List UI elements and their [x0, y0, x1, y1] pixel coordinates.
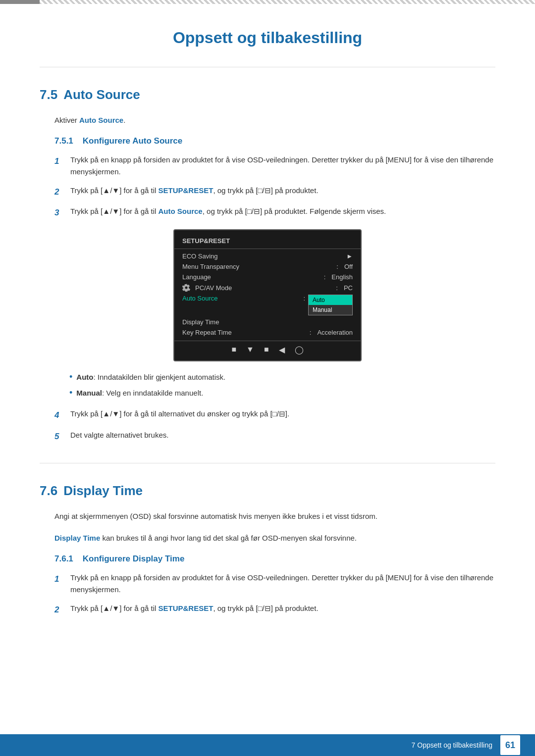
osd-language-value: English: [331, 273, 353, 281]
section-separator: [40, 463, 495, 463]
step-2-text: Trykk på [▲/▼] for å gå til SETUP&RESET,…: [70, 185, 495, 197]
gear-icon: [182, 284, 190, 292]
section76-step-2-num: 2: [54, 603, 63, 616]
osd-autosource-colon: :: [303, 295, 305, 302]
step-2-bold: SETUP&RESET: [159, 186, 214, 195]
subsection-761-title: Konfigurere Display Time: [83, 554, 185, 563]
osd-row-pcav: PC/AV Mode : PC: [174, 282, 361, 293]
step-3-bold: Auto Source: [159, 207, 203, 215]
bullet-auto: • Auto: Inndatakilden blir gjenkjent aut…: [69, 371, 495, 383]
osd-key-repeat-label: Key Repeat Time: [182, 329, 306, 336]
section-76-heading: 7.6 Display Time: [40, 483, 495, 499]
section-76-number: 7.6: [40, 483, 57, 499]
step-5-num: 5: [54, 430, 63, 443]
subsection-761-heading: 7.6.1 Konfigurere Display Time: [54, 554, 495, 564]
step-2-after: , og trykk på [□/⊟] på produktet.: [213, 186, 318, 195]
osd-row-display-time: Display Time: [174, 317, 361, 327]
subsection-751-number: 7.5.1: [54, 136, 73, 146]
osd-eco-arrow: ►: [346, 252, 353, 260]
osd-key-repeat-value: Acceleration: [317, 329, 353, 336]
footer-page-number: 61: [500, 735, 520, 755]
step-2: 2 Trykk på [▲/▼] for å gå til SETUP&RESE…: [54, 185, 495, 199]
osd-bottom-icons: ■ ▼ ■ ◀ ◯: [174, 341, 361, 355]
subsection-751-title: Konfigurere Auto Source: [83, 136, 183, 146]
osd-row-autosource: Auto Source : Auto Manual: [174, 293, 361, 317]
bullet-list: • Auto: Inndatakilden blir gjenkjent aut…: [69, 371, 495, 399]
intro-end: .: [123, 116, 125, 124]
page-content: Oppsett og tilbakestilling 7.5 Auto Sour…: [0, 4, 535, 666]
osd-autosource-label: Auto Source: [182, 295, 300, 302]
step-2-before: Trykk på [▲/▼] for å gå til: [70, 186, 159, 195]
osd-pcav-label: PC/AV Mode: [195, 284, 332, 292]
osd-row-menu-trans: Menu Transparency : Off: [174, 261, 361, 272]
bullet-auto-desc: : Inndatakilden blir gjenkjent automatis…: [93, 373, 225, 381]
osd-icon-enter: ■: [264, 345, 269, 354]
osd-display-time-label: Display Time: [182, 318, 353, 326]
bullet-manual-text: Manual: Velg en inndatakilde manuelt.: [76, 387, 203, 399]
osd-menu-trans-label: Menu Transparency: [182, 263, 332, 270]
intro-text: Aktiver: [54, 116, 79, 124]
bullet-auto-label: Auto: [76, 373, 93, 381]
bullet-manual: • Manual: Velg en inndatakilde manuelt.: [69, 387, 495, 399]
section76-step-2: 2 Trykk på [▲/▼] for å gå til SETUP&RESE…: [54, 603, 495, 616]
bullet-manual-desc: : Velg en inndatakilde manuelt.: [102, 389, 203, 397]
section-75-title: Auto Source: [63, 87, 140, 102]
top-bar-accent: [0, 0, 40, 4]
section-76-intro2-bold: Display Time: [54, 534, 100, 542]
step-5: 5 Det valgte alternativet brukes.: [54, 429, 495, 443]
section76-step-1-text: Trykk på en knapp på forsiden av produkt…: [70, 572, 495, 596]
osd-dropdown-item-manual: Manual: [309, 305, 352, 315]
bullet-manual-label: Manual: [76, 389, 102, 397]
section-76-intro1: Angi at skjermmenyen (OSD) skal forsvinn…: [54, 510, 495, 522]
step-5-text: Det valgte alternativet brukes.: [70, 429, 495, 441]
bullet-auto-dot: •: [69, 371, 72, 383]
section-75-number: 7.5: [40, 87, 57, 102]
section76-step-2-text: Trykk på [▲/▼] for å gå til SETUP&RESET,…: [70, 603, 495, 614]
osd-autosource-dropdown-container: Auto Manual: [308, 295, 353, 315]
top-decorative-bar: [0, 0, 535, 4]
step-3-num: 3: [54, 206, 63, 219]
bullet-auto-text: Auto: Inndatakilden blir gjenkjent autom…: [76, 371, 225, 383]
osd-title: SETUP&RESET: [174, 235, 361, 249]
section76-step-2-bold: SETUP&RESET: [159, 604, 214, 612]
step-3: 3 Trykk på [▲/▼] for å gå til Auto Sourc…: [54, 205, 495, 219]
step-3-text: Trykk på [▲/▼] for å gå til Auto Source,…: [70, 205, 495, 217]
footer-section-text: 7 Oppsett og tilbakestilling: [412, 741, 492, 749]
intro-bold: Auto Source: [79, 116, 123, 124]
osd-icon-return: ◀: [279, 345, 285, 354]
subsection-751-heading: 7.5.1 Konfigurere Auto Source: [54, 136, 495, 146]
section76-step-1: 1 Trykk på en knapp på forsiden av produ…: [54, 572, 495, 596]
step-3-before: Trykk på [▲/▼] for å gå til: [70, 207, 159, 215]
step-4-text: Trykk på [▲/▼] for å gå til alternativet…: [70, 408, 495, 420]
page-footer: 7 Oppsett og tilbakestilling 61: [0, 734, 535, 756]
section76-step-1-num: 1: [54, 572, 63, 586]
step-2-num: 2: [54, 185, 63, 199]
osd-eco-label: ECO Saving: [182, 252, 343, 260]
section-76-intro2-after: kan brukes til å angi hvor lang tid det …: [100, 534, 357, 542]
steps-4-5-list: 4 Trykk på [▲/▼] for å gå til alternativ…: [54, 408, 495, 443]
osd-screenshot: SETUP&RESET ECO Saving ► Menu Transparen…: [173, 229, 362, 361]
osd-icon-power: ◯: [295, 345, 304, 354]
osd-row-language: Language : English: [174, 272, 361, 282]
osd-menu-trans-value: Off: [344, 263, 353, 270]
osd-pcav-value: PC: [344, 284, 353, 292]
section-76-intro2: Display Time kan brukes til å angi hvor …: [54, 532, 495, 544]
step-1: 1 Trykk på en knapp på forsiden av produ…: [54, 154, 495, 178]
osd-row-eco: ECO Saving ►: [174, 251, 361, 261]
steps-1-3-list: 1 Trykk på en knapp på forsiden av produ…: [54, 154, 495, 219]
bullet-manual-dot: •: [69, 387, 72, 399]
osd-language-label: Language: [182, 273, 320, 281]
section-76-title: Display Time: [63, 483, 143, 499]
section-75-intro: Aktiver Auto Source.: [54, 114, 495, 126]
step-4-num: 4: [54, 408, 63, 422]
step-4: 4 Trykk på [▲/▼] for å gå til alternativ…: [54, 408, 495, 422]
section76-step-2-before: Trykk på [▲/▼] for å gå til: [70, 604, 159, 612]
section-75-heading: 7.5 Auto Source: [40, 87, 495, 102]
osd-dropdown-item-auto: Auto: [309, 295, 352, 305]
step-1-num: 1: [54, 154, 63, 168]
section76-steps-list: 1 Trykk på en knapp på forsiden av produ…: [54, 572, 495, 616]
subsection-761-number: 7.6.1: [54, 554, 73, 563]
osd-icon-down: ▼: [246, 345, 254, 354]
section76-step-2-after: , og trykk på [□/⊟] på produktet.: [213, 604, 318, 612]
osd-row-key-repeat: Key Repeat Time : Acceleration: [174, 327, 361, 338]
